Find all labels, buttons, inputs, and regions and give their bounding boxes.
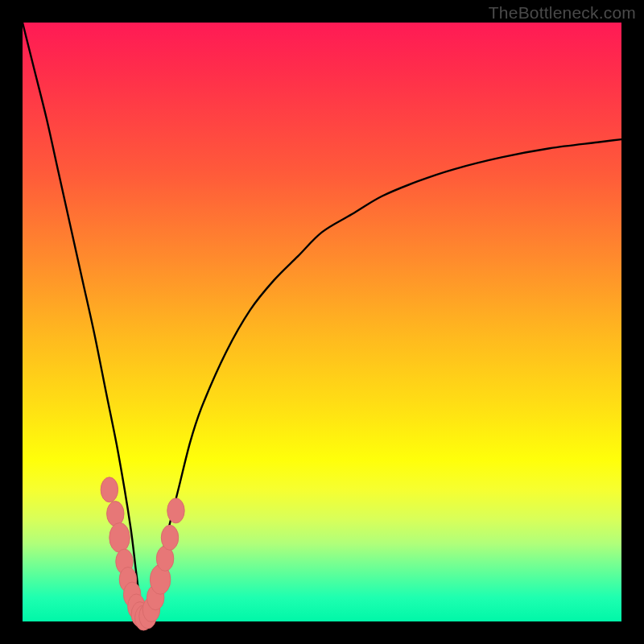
data-marker: [167, 498, 184, 523]
data-marker: [101, 477, 118, 502]
data-marker: [107, 502, 124, 526]
chart-overlay-svg: [0, 0, 644, 644]
data-marker: [109, 522, 130, 552]
marker-layer: [101, 477, 184, 630]
data-marker: [161, 525, 178, 550]
chart-frame: TheBottleneck.com: [0, 0, 644, 644]
